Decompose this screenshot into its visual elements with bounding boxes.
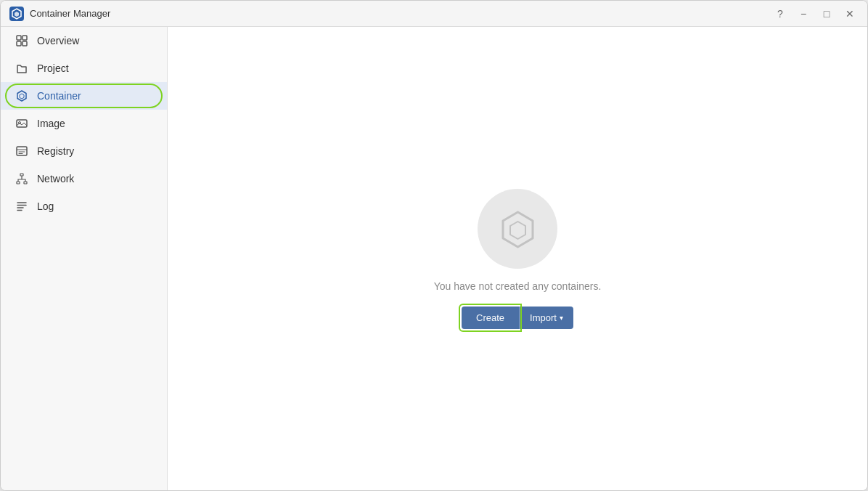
container-icon	[15, 89, 28, 102]
action-buttons: Create Import ▾	[462, 307, 573, 329]
content-area: You have not created any containers. Cre…	[168, 27, 867, 490]
sidebar-item-project[interactable]: Project	[1, 54, 167, 82]
empty-state-text: You have not created any containers.	[434, 280, 602, 292]
svg-rect-1	[17, 36, 21, 40]
app-logo-icon	[9, 7, 24, 21]
svg-rect-7	[17, 147, 27, 155]
empty-state-icon-circle	[478, 189, 557, 269]
import-dropdown-arrow: ▾	[560, 314, 563, 322]
project-icon	[15, 62, 28, 75]
sidebar-item-network[interactable]: Network	[1, 165, 167, 192]
log-icon	[15, 200, 28, 213]
sidebar-label-overview: Overview	[37, 35, 79, 46]
import-button[interactable]: Import ▾	[519, 307, 573, 329]
sidebar-label-project: Project	[37, 62, 69, 74]
sidebar-item-registry[interactable]: Registry	[1, 137, 167, 165]
svg-rect-8	[20, 174, 23, 176]
container-empty-icon	[498, 208, 538, 248]
svg-rect-3	[17, 41, 21, 46]
sidebar-label-container: Container	[37, 90, 81, 102]
svg-rect-10	[24, 182, 27, 184]
sidebar-item-image[interactable]: Image	[1, 110, 167, 137]
sidebar-label-log: Log	[37, 200, 54, 212]
svg-rect-9	[17, 182, 20, 184]
sidebar-item-container-wrapper: Container	[1, 82, 167, 110]
sidebar-label-image: Image	[37, 118, 65, 129]
image-icon	[15, 117, 28, 130]
svg-rect-4	[22, 41, 27, 46]
network-icon	[15, 172, 28, 185]
main-layout: Overview Project	[1, 27, 867, 490]
sidebar-label-registry: Registry	[37, 145, 74, 157]
empty-state: You have not created any containers. Cre…	[434, 189, 602, 329]
help-button[interactable]: ?	[771, 5, 789, 23]
window-controls: ? − □ ✕	[771, 5, 859, 23]
overview-icon	[15, 34, 28, 47]
svg-rect-2	[22, 36, 27, 40]
create-button-wrapper: Create	[462, 307, 519, 329]
import-label: Import	[530, 312, 557, 323]
minimize-button[interactable]: −	[795, 5, 812, 23]
sidebar: Overview Project	[1, 27, 168, 490]
create-button[interactable]: Create	[462, 307, 519, 329]
svg-rect-5	[17, 120, 27, 127]
app-window: Container Manager ? − □ ✕ Overv	[0, 0, 868, 491]
sidebar-label-network: Network	[37, 173, 74, 184]
sidebar-item-overview[interactable]: Overview	[1, 27, 167, 54]
registry-icon	[15, 145, 28, 158]
title-bar: Container Manager ? − □ ✕	[1, 1, 867, 27]
maximize-button[interactable]: □	[818, 5, 835, 23]
app-title: Container Manager	[30, 8, 771, 19]
sidebar-item-log[interactable]: Log	[1, 192, 167, 220]
close-button[interactable]: ✕	[841, 5, 859, 23]
sidebar-item-container[interactable]: Container	[1, 82, 167, 110]
